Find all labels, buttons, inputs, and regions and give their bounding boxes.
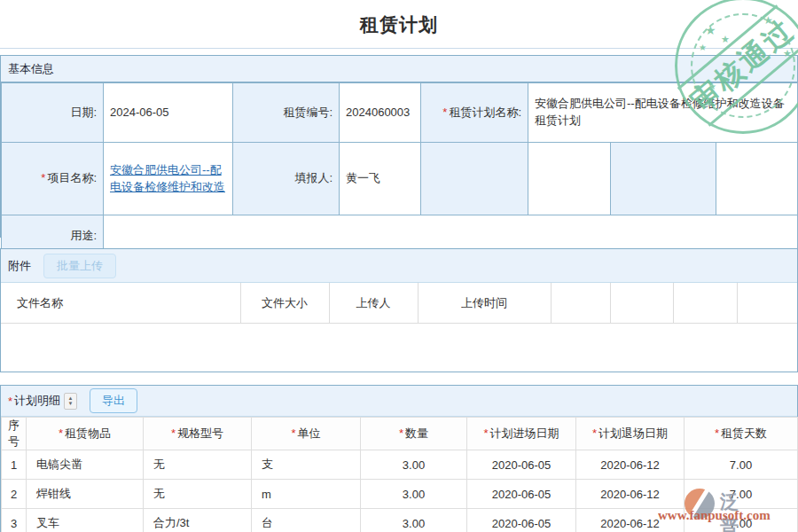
project-link[interactable]: 安徽合肥供电公司--配电设备检修维护和改造 [110, 163, 225, 193]
required-marker: * [715, 426, 719, 440]
plan-name-label: *租赁计划名称: [421, 83, 528, 143]
unit-cell: m [252, 480, 361, 509]
days-header: *租赁天数 [685, 418, 798, 450]
days-cell: 7.00 [685, 480, 798, 509]
project-name-label: *项目名称: [2, 143, 104, 215]
attachments-section-header: 附件 批量上传 [1, 249, 797, 283]
table-row[interactable]: 2 焊钳线 无 m 3.00 2020-06-05 2020-06-12 7.0… [2, 480, 798, 509]
upload-time-header: 上传时间 [418, 283, 551, 324]
exit-date-cell: 2020-06-12 [576, 480, 685, 509]
plan-details-section-title: 计划明细 [14, 393, 60, 409]
qty-header: *数量 [361, 418, 467, 450]
attachments-section-title: 附件 [8, 258, 31, 274]
spec-cell: 无 [144, 480, 252, 509]
entry-date-cell: 2020-06-05 [467, 450, 576, 480]
empty-value-cell [716, 143, 798, 215]
spec-cell: 无 [144, 450, 252, 480]
batch-upload-button[interactable]: 批量上传 [43, 254, 116, 278]
rental-no-value: 2024060003 [340, 83, 421, 143]
empty-label-cell [421, 143, 528, 215]
date-value: 2024-06-05 [104, 83, 233, 143]
required-marker: * [399, 426, 403, 440]
attachments-table: 文件名称 文件大小 上传人 上传时间 [1, 283, 797, 324]
item-cell: 叉车 [27, 509, 144, 532]
required-marker: * [291, 426, 295, 440]
item-cell: 焊钳线 [27, 480, 144, 509]
plan-details-section-header: * 计划明细 ▲▼ 导出 [1, 386, 797, 417]
plan-name-value: 安徽合肥供电公司--配电设备检修维护和改造设备租赁计划 [528, 83, 798, 143]
file-size-header: 文件大小 [240, 283, 329, 324]
table-row[interactable]: 3 叉车 合力/3t 台 3.00 2020-06-05 2020-06-12 … [2, 509, 798, 532]
required-marker: * [171, 426, 176, 440]
qty-cell: 3.00 [361, 509, 467, 532]
required-marker: * [41, 171, 45, 184]
item-header: *租赁物品 [27, 418, 144, 450]
entry-date-header: *计划进场日期 [467, 418, 576, 450]
exit-date-header: *计划退场日期 [576, 418, 685, 450]
details-header-row: 序号 *租赁物品 *规格型号 *单位 *数量 *计划进场日期 *计划退场日期 *… [2, 418, 798, 450]
required-marker: * [59, 426, 63, 440]
entry-date-cell: 2020-06-05 [467, 480, 576, 509]
basic-info-section: 基本信息 日期: 2024-06-05 租赁编号: 2024060003 *租赁… [0, 55, 798, 238]
reporter-label: 填报人: [233, 143, 340, 215]
qty-cell: 3.00 [361, 480, 467, 509]
table-row[interactable]: 1 电镐尖凿 无 支 3.00 2020-06-05 2020-06-12 7.… [2, 450, 798, 480]
required-marker: * [8, 395, 12, 408]
project-name-cell: 安徽合肥供电公司--配电设备检修维护和改造 [104, 143, 233, 215]
plan-details-section: * 计划明细 ▲▼ 导出 序号 *租赁物品 *规格型号 *单位 *数量 *计划进… [0, 385, 798, 532]
file-name-header: 文件名称 [1, 283, 240, 324]
entry-date-cell: 2020-06-05 [467, 509, 576, 532]
reporter-value: 黄一飞 [340, 143, 421, 215]
item-cell: 电镐尖凿 [27, 450, 144, 480]
seq-header: 序号 [2, 418, 27, 450]
qty-cell: 3.00 [361, 450, 467, 480]
seq-cell: 3 [2, 509, 27, 532]
empty-header-cell [673, 283, 737, 324]
date-label: 日期: [2, 83, 104, 143]
rental-no-label: 租赁编号: [233, 83, 340, 143]
unit-header: *单位 [252, 418, 361, 450]
empty-header-cell [551, 283, 610, 324]
unit-cell: 支 [252, 450, 361, 480]
page-title: 租赁计划 [0, 12, 798, 37]
exit-date-cell: 2020-06-12 [576, 509, 685, 532]
required-marker: * [442, 106, 447, 119]
plan-details-table: 序号 *租赁物品 *规格型号 *单位 *数量 *计划进场日期 *计划退场日期 *… [1, 417, 798, 532]
empty-header-cell [610, 283, 673, 324]
seq-cell: 1 [2, 450, 27, 480]
sort-toggle-icon[interactable]: ▲▼ [64, 393, 77, 410]
empty-header-cell [737, 283, 797, 324]
spec-header: *规格型号 [144, 418, 252, 450]
attachments-section: 附件 批量上传 文件名称 文件大小 上传人 上传时间 [0, 248, 798, 372]
export-button[interactable]: 导出 [90, 388, 137, 413]
days-cell: 7.00 [685, 509, 798, 532]
title-separator [0, 48, 798, 49]
seq-cell: 2 [2, 480, 27, 509]
days-cell: 7.00 [685, 450, 798, 480]
required-marker: * [483, 426, 488, 440]
basic-info-section-header: 基本信息 [1, 56, 797, 82]
uploader-header: 上传人 [329, 283, 418, 324]
attachments-header-row: 文件名称 文件大小 上传人 上传时间 [1, 283, 797, 324]
basic-info-section-title: 基本信息 [8, 61, 54, 77]
empty-label-cell [611, 143, 716, 215]
basic-info-table: 日期: 2024-06-05 租赁编号: 2024060003 *租赁计划名称:… [1, 82, 798, 257]
required-marker: * [592, 426, 597, 440]
unit-cell: 台 [252, 509, 361, 532]
spec-cell: 合力/3t [144, 509, 252, 532]
exit-date-cell: 2020-06-12 [576, 450, 685, 480]
empty-value-cell [528, 143, 611, 215]
